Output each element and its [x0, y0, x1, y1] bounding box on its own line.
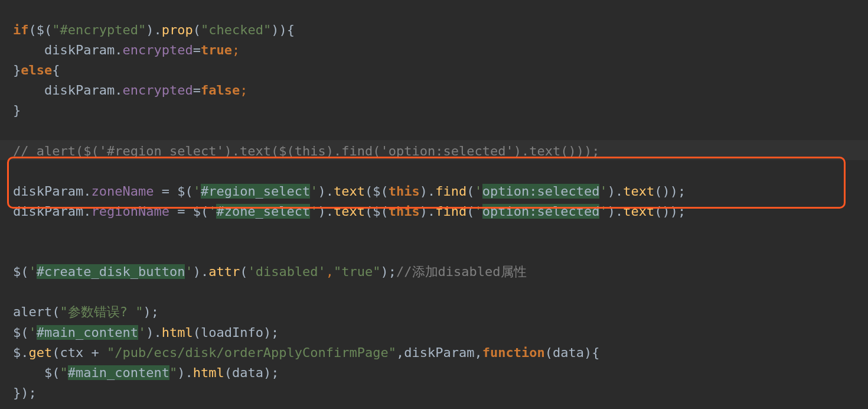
- method-prop: prop: [162, 22, 193, 37]
- string-quote: ': [29, 264, 37, 279]
- string-quote: ': [599, 204, 607, 219]
- keyword-if: if: [13, 22, 29, 37]
- string-literal: "参数错误? ": [60, 304, 143, 319]
- code-text: });: [13, 385, 37, 400]
- method-get: get: [29, 345, 53, 360]
- code-text: }: [13, 103, 21, 118]
- code-text: ,diskParam,: [396, 345, 482, 360]
- keyword-else: else: [21, 63, 52, 77]
- property: encrypted: [122, 43, 192, 57]
- code-text: ).: [608, 204, 624, 219]
- code-text: diskParam.: [13, 204, 91, 219]
- string-quote: ": [60, 365, 67, 380]
- method-text: text: [623, 204, 654, 219]
- string-selector: option:selected: [482, 204, 600, 219]
- method-attr: attr: [208, 264, 240, 279]
- string-selector: #create_disk_button: [37, 264, 185, 279]
- string-quote: ': [599, 184, 607, 199]
- code-text: $(: [13, 325, 29, 340]
- keyword-function: function: [482, 345, 545, 360]
- string-selector: #main_content: [37, 325, 138, 340]
- code-text: (data){: [545, 345, 600, 360]
- string-quote: ': [193, 184, 201, 199]
- code-text: $(: [44, 365, 60, 380]
- comma: ,: [326, 264, 334, 279]
- code-text: }: [13, 63, 21, 77]
- string-literal: "/pub/ecs/disk/orderApplyConfirmPage": [107, 345, 396, 360]
- code-text: {: [52, 63, 60, 77]
- method-find: find: [435, 204, 466, 219]
- code-text: ($(: [29, 22, 53, 37]
- keyword-false: false: [201, 83, 240, 98]
- semicolon: ;: [232, 43, 240, 57]
- code-text: diskParam.: [44, 83, 122, 98]
- string-literal: 'disabled': [247, 264, 325, 279]
- property: regionName: [91, 204, 169, 219]
- string-literal: "#encrypted": [52, 22, 146, 37]
- code-text: ).: [177, 365, 193, 380]
- keyword-this: this: [389, 204, 420, 219]
- string-selector: option:selected: [482, 184, 600, 199]
- method-text: text: [334, 184, 365, 199]
- code-text: ).: [318, 204, 334, 219]
- method-find: find: [435, 184, 466, 199]
- code-text: ).: [146, 325, 162, 340]
- code-text: ).: [318, 184, 334, 199]
- code-text: alert(: [13, 304, 60, 319]
- code-text: =: [193, 43, 201, 57]
- code-text: = $(: [169, 204, 208, 219]
- string-quote: ': [310, 204, 318, 219]
- string-quote: ': [138, 325, 146, 340]
- code-text: ).: [420, 204, 436, 219]
- string-quote: ': [475, 204, 482, 219]
- string-quote: ': [185, 264, 192, 279]
- string-quote: ': [29, 325, 37, 340]
- keyword-this: this: [389, 184, 420, 199]
- code-text: =: [193, 83, 201, 98]
- comment: // alert($('#region_select').text($(this…: [13, 144, 599, 158]
- code-text: );: [143, 304, 159, 319]
- code-text: [13, 83, 44, 98]
- code-text: [13, 365, 44, 380]
- code-text: ).: [193, 264, 209, 279]
- method-text: text: [623, 184, 654, 199]
- code-text: (: [193, 22, 201, 37]
- code-text: diskParam.: [44, 43, 122, 57]
- code-text: (: [466, 184, 474, 199]
- code-text: (: [466, 204, 474, 219]
- code-text: (: [240, 264, 247, 279]
- method-html: html: [193, 365, 224, 380]
- keyword-true: true: [201, 43, 232, 57]
- method-text: text: [334, 204, 365, 219]
- string-selector: #zone_select: [216, 204, 310, 219]
- string-quote: ': [208, 204, 216, 219]
- string-selector: #main_content: [68, 365, 169, 380]
- code-text: );: [381, 264, 397, 279]
- code-text: ).: [608, 184, 624, 199]
- property: encrypted: [122, 83, 192, 98]
- code-text: ());: [654, 184, 686, 199]
- string-selector: #region_select: [201, 184, 310, 199]
- string-quote: ': [310, 184, 318, 199]
- code-text: ($(: [365, 184, 389, 199]
- code-text: (ctx +: [52, 345, 107, 360]
- string-quote: ": [169, 365, 177, 380]
- code-text: [13, 43, 44, 57]
- code-text: ).: [146, 22, 162, 37]
- code-editor[interactable]: if($("#encrypted").prop("checked")){ dis…: [0, 0, 868, 403]
- code-text: ).: [420, 184, 436, 199]
- string-literal: "true": [334, 264, 380, 279]
- code-text: ());: [654, 204, 686, 219]
- code-text: (data);: [224, 365, 279, 380]
- code-text: $(: [13, 264, 29, 279]
- property: zoneName: [91, 184, 154, 199]
- string-quote: ': [475, 184, 482, 199]
- method-html: html: [162, 325, 193, 340]
- code-text: $.: [13, 345, 29, 360]
- code-text: = $(: [154, 184, 192, 199]
- code-text: ($(: [365, 204, 389, 219]
- comment: //添加disabled属性: [396, 264, 526, 279]
- code-text: (loadInfo);: [193, 325, 279, 340]
- code-text: )){: [271, 22, 295, 37]
- semicolon: ;: [240, 83, 247, 98]
